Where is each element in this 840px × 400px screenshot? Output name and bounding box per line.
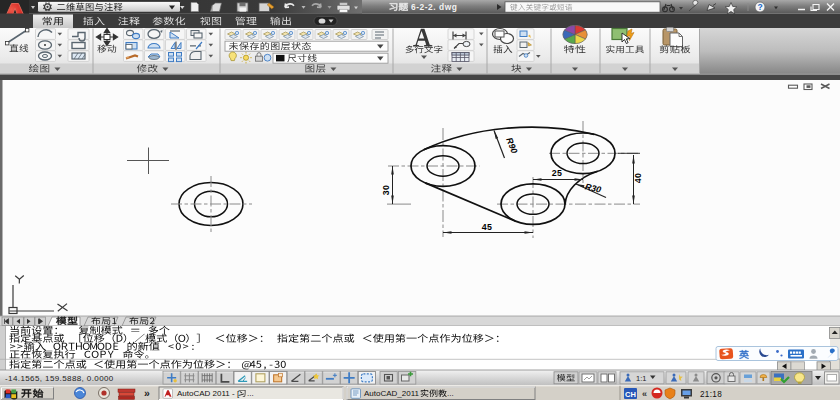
- svg-text:45: 45: [482, 222, 493, 232]
- svg-text:?: ?: [757, 2, 762, 12]
- svg-text:25: 25: [552, 168, 563, 178]
- svg-text:6-2-2. dwg: 6-2-2. dwg: [411, 2, 457, 12]
- svg-text:40: 40: [633, 173, 643, 184]
- svg-text:21:18: 21:18: [700, 390, 722, 399]
- svg-text:...: ...: [247, 389, 254, 398]
- svg-text:AutoCAD_2011: AutoCAD_2011: [364, 389, 420, 398]
- svg-text:-14.1565, 159.5888, 0.0000: -14.1565, 159.5888, 0.0000: [5, 374, 114, 383]
- svg-text:...: ...: [447, 389, 454, 398]
- svg-text:CH: CH: [625, 390, 636, 399]
- svg-text:30: 30: [381, 185, 391, 196]
- svg-text:AutoCAD 2011 - [: AutoCAD 2011 - [: [177, 389, 240, 398]
- svg-text:1:1: 1:1: [636, 374, 646, 383]
- svg-text:«: «: [642, 389, 647, 399]
- svg-text:»: »: [144, 387, 150, 399]
